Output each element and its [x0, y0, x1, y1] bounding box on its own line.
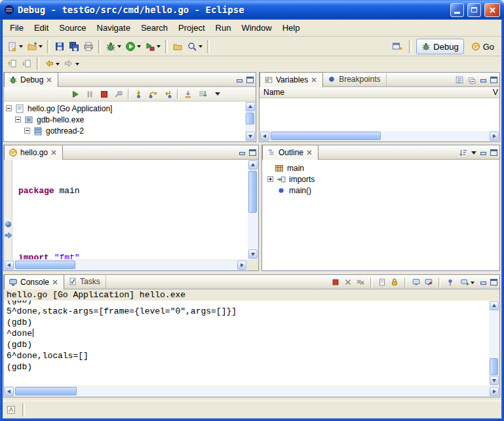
remove-launch-icon[interactable] [343, 278, 353, 287]
pin-console-icon[interactable] [446, 278, 455, 287]
scroll-down-button[interactable] [490, 376, 499, 385]
terminate-button[interactable] [97, 86, 111, 102]
disconnect-button[interactable] [111, 86, 126, 102]
close-editor-icon[interactable] [50, 149, 57, 156]
fast-view-icon[interactable] [6, 405, 16, 415]
tab-breakpoints[interactable]: Breakpoints [323, 72, 386, 86]
scroll-up-button[interactable] [248, 160, 258, 170]
column-name-header[interactable]: Name [260, 88, 284, 97]
menu-source[interactable]: Source [54, 21, 91, 35]
debug-view-menu-icon[interactable] [215, 92, 220, 98]
show-console-on-error-icon[interactable] [424, 278, 433, 287]
previous-annotation-button[interactable] [5, 56, 20, 71]
menu-run[interactable]: Run [210, 21, 237, 35]
new-file-dropdown-button[interactable] [25, 39, 45, 54]
scroll-thumb[interactable] [15, 387, 77, 395]
open-perspective-button[interactable] [390, 39, 404, 54]
maximize-view-icon[interactable] [490, 279, 497, 285]
back-history-dropdown-button[interactable] [42, 56, 62, 71]
collapse-expander-icon[interactable] [24, 128, 30, 134]
scroll-left-button[interactable] [5, 261, 14, 270]
variables-horizontal-scrollbar[interactable] [260, 131, 499, 141]
terminate-console-icon[interactable] [331, 278, 340, 287]
collapse-all-icon[interactable] [467, 75, 476, 84]
outline-item-imports[interactable]: imports [262, 174, 499, 185]
scroll-thumb[interactable] [246, 113, 254, 124]
expand-expander-icon[interactable] [267, 176, 273, 182]
maximize-view-icon[interactable] [246, 77, 254, 83]
console-vertical-scrollbar[interactable] [489, 301, 499, 386]
tree-row-process[interactable]: gdb-hello.exe [4, 114, 256, 125]
external-tools-dropdown-button[interactable] [143, 39, 163, 54]
resume-button[interactable] [68, 86, 83, 102]
search-dropdown-button[interactable] [185, 39, 204, 54]
print-button[interactable] [81, 39, 96, 54]
scroll-thumb[interactable] [248, 171, 257, 213]
drop-to-frame-button[interactable] [181, 86, 195, 102]
suspend-button[interactable] [83, 86, 97, 102]
tab-outline[interactable]: Outline [262, 145, 319, 160]
scroll-down-button[interactable] [246, 132, 255, 141]
scroll-lock-icon[interactable] [390, 278, 399, 287]
next-annotation-button[interactable] [20, 56, 34, 71]
debug-dropdown-button[interactable] [104, 39, 123, 54]
close-view-icon[interactable] [52, 279, 58, 285]
tab-console[interactable]: Console [4, 274, 64, 289]
maximize-view-icon[interactable] [490, 149, 497, 156]
outline-tree[interactable]: main imports main() [262, 160, 499, 270]
maximize-view-icon[interactable] [249, 149, 256, 156]
outline-item-package[interactable]: main [262, 162, 499, 174]
variables-table-body[interactable] [260, 98, 499, 131]
console-horizontal-scrollbar[interactable] [4, 386, 499, 397]
maximize-button[interactable] [467, 3, 481, 17]
scroll-up-button[interactable] [490, 301, 499, 310]
collapse-expander-icon[interactable] [15, 117, 21, 122]
minimize-view-icon[interactable] [236, 77, 243, 83]
menu-file[interactable]: File [5, 21, 29, 35]
clear-console-icon[interactable] [378, 278, 387, 287]
perspective-go-button[interactable]: Go [466, 39, 499, 54]
maximize-view-icon[interactable] [490, 77, 497, 83]
step-into-button[interactable] [132, 86, 146, 102]
console-output[interactable]: (gdb) 5^done,stack-args=[frame={level="0… [4, 301, 489, 386]
editor-body[interactable]: package main import "fmt" func main() { … [4, 160, 258, 259]
scroll-down-button[interactable] [248, 249, 258, 259]
close-view-icon[interactable] [306, 149, 313, 156]
tab-hello-go[interactable]: hello.go [4, 145, 63, 160]
variables-column-header[interactable]: Name V [260, 87, 499, 98]
tree-row-thread[interactable]: gothread-2 [4, 125, 256, 136]
collapse-expander-icon[interactable] [6, 105, 12, 111]
title-bar[interactable]: Debug - testGo/src/cmd/hello.go - Eclips… [0, 0, 504, 20]
step-over-button[interactable] [146, 86, 161, 102]
debug-tree[interactable]: hello.go [Go Application] gdb-hello.exe … [4, 101, 256, 141]
menu-edit[interactable]: Edit [29, 21, 54, 35]
scroll-up-button[interactable] [246, 102, 255, 111]
close-view-icon[interactable] [46, 77, 52, 83]
column-value-header[interactable]: V [493, 88, 498, 97]
editor-annotation-ruler[interactable] [4, 160, 12, 259]
minimize-view-icon[interactable] [239, 149, 246, 156]
scroll-right-button[interactable] [490, 132, 499, 141]
close-button[interactable] [484, 3, 500, 17]
menu-project[interactable]: Project [173, 21, 210, 35]
minimize-view-icon[interactable] [480, 149, 487, 156]
save-all-button[interactable] [67, 39, 81, 54]
scroll-left-button[interactable] [260, 132, 269, 141]
save-button[interactable] [52, 39, 67, 54]
minimize-button[interactable] [450, 3, 464, 17]
scroll-thumb[interactable] [15, 261, 75, 269]
new-wizard-dropdown-button[interactable] [5, 39, 25, 54]
tab-debug[interactable]: Debug [4, 72, 58, 87]
scroll-left-button[interactable] [5, 387, 14, 396]
scroll-thumb[interactable] [490, 358, 498, 375]
open-type-button[interactable] [170, 39, 185, 54]
minimize-view-icon[interactable] [480, 279, 487, 285]
sort-icon[interactable] [459, 148, 468, 157]
run-dropdown-button[interactable] [123, 39, 143, 54]
menu-search[interactable]: Search [136, 21, 173, 35]
perspective-debug-button[interactable]: Debug [416, 39, 463, 54]
minimize-view-icon[interactable] [480, 77, 487, 83]
outline-item-main-func[interactable]: main() [262, 185, 499, 196]
tab-tasks[interactable]: Tasks [64, 274, 106, 289]
remove-all-terminated-icon[interactable] [356, 278, 365, 287]
